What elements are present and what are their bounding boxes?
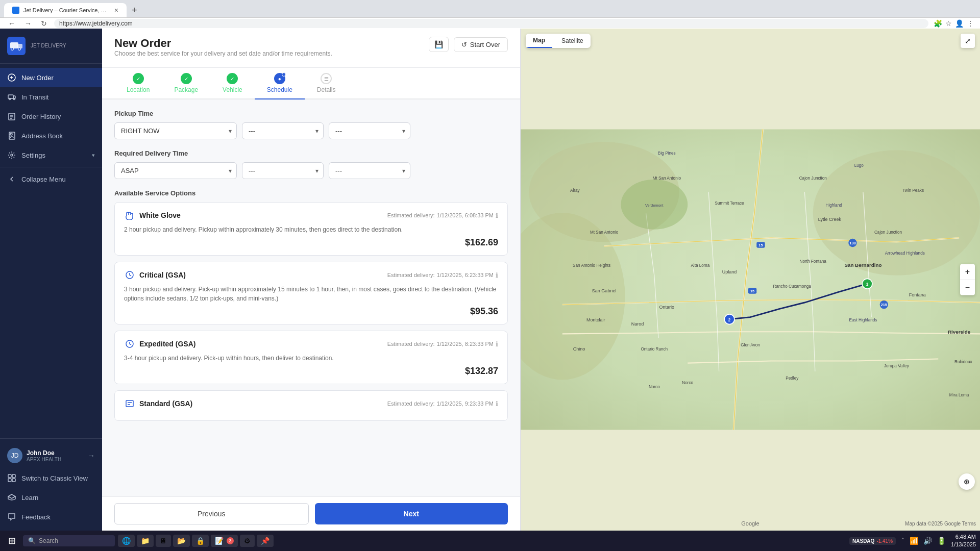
start-over-button[interactable]: ↺ Start Over [454,37,508,52]
order-title-group: New Order Choose the best service for yo… [114,37,332,57]
logo-text: JET DELIVERY [31,43,66,49]
browser-icon-group: 🧩 ☆ 👤 ⋮ [934,19,974,28]
tab-details[interactable]: ☰ Details [305,68,348,98]
start-over-label: Start Over [470,41,500,48]
back-button[interactable]: ← [6,18,17,29]
my-location-button[interactable]: ⊕ [959,473,975,490]
taskbar-app-settings[interactable]: ⚙ [240,535,255,547]
critical-gsa-info-icon[interactable]: ℹ [496,271,498,279]
map-view-controls: Map Satellite [526,34,591,48]
delivery-time-hour-dropdown[interactable]: --- [242,162,324,179]
sidebar-item-address-book[interactable]: Address Book [0,126,102,145]
order-footer: Previous Next [102,496,520,531]
next-button[interactable]: Next [315,503,508,524]
map-tab-map[interactable]: Map [526,34,552,48]
svg-text:Norco: Norco [682,381,693,385]
settings-chevron-icon: ▾ [92,152,95,159]
standard-gsa-name-row: Standard (GSA) [124,398,192,409]
map-fullscreen-button[interactable]: ⤢ [961,34,975,48]
tab-vehicle-label: Vehicle [223,86,242,93]
previous-button[interactable]: Previous [114,503,309,524]
save-button[interactable]: 💾 [429,37,449,52]
sidebar-item-new-order[interactable]: New Order [0,68,102,87]
service-card-standard-gsa[interactable]: Standard (GSA) Estimated delivery: 1/12/… [114,390,508,421]
extensions-button[interactable]: 🧩 [934,19,942,28]
svg-rect-12 [8,474,11,478]
delivery-time-min-dropdown[interactable]: --- [329,162,410,179]
taskbar-search-box[interactable]: 🔍 Search [23,535,115,546]
sidebar-bottom: JD John Doe APEX HEALTH → Switch to Clas… [0,438,102,531]
taskbar-app-folder[interactable]: 📂 [173,535,190,547]
pickup-time-dropdown[interactable]: RIGHT NOW SCHEDULED [114,122,237,139]
start-button[interactable]: ⊞ [4,533,20,548]
pickup-time-min-dropdown[interactable]: --- [329,122,410,139]
tab-package[interactable]: ✓ Package [162,68,210,98]
sidebar-item-learn[interactable]: Learn [0,488,102,507]
map-tab-satellite[interactable]: Satellite [554,34,591,48]
zoom-in-button[interactable]: + [960,264,975,280]
delivery-time-dropdown[interactable]: ASAP SCHEDULED [114,162,237,179]
new-tab-button[interactable]: + [128,3,141,18]
settings-taskbar-icon: ⚙ [244,537,251,545]
notes-icon: 📝 [215,537,224,545]
vehicle-step-icon: ✓ [227,73,238,84]
white-glove-info-icon[interactable]: ℹ [496,212,498,219]
sidebar-item-feedback[interactable]: Feedback [0,507,102,527]
taskbar-app-pin[interactable]: 📌 [257,535,274,547]
expedited-gsa-info-icon[interactable]: ℹ [496,340,498,348]
tab-schedule[interactable]: ● Schedule [255,68,305,99]
map-zoom-controls: + − [960,264,975,295]
forward-button[interactable]: → [22,18,34,29]
svg-text:2: 2 [728,318,731,322]
pickup-time-hour-dropdown[interactable]: --- [242,122,324,139]
url-input[interactable] [54,19,928,28]
tab-close-button[interactable]: × [114,6,118,14]
service-card-white-glove[interactable]: White Glove Estimated delivery: 1/12/202… [114,202,508,256]
svg-text:Narod: Narod [631,321,644,327]
chevron-up-icon[interactable]: ˄ [901,537,904,545]
svg-text:Mt San Antonio: Mt San Antonio [590,230,619,235]
bookmark-button[interactable]: ☆ [945,19,952,28]
svg-text:215: 215 [881,303,887,307]
network-icon: 📶 [910,537,918,545]
sidebar-item-settings[interactable]: Settings ▾ [0,145,102,165]
taskbar-app-notes[interactable]: 📝 3 [211,535,238,547]
zoom-out-button[interactable]: − [960,280,975,295]
menu-button[interactable]: ⋮ [967,19,974,28]
sidebar-item-in-transit[interactable]: In Transit [0,87,102,107]
svg-text:Twin Peaks: Twin Peaks [902,188,924,193]
svg-text:Rancho Cucamonga: Rancho Cucamonga [773,284,812,289]
svg-rect-5 [8,95,13,98]
svg-text:Norco: Norco [649,385,660,389]
refresh-button[interactable]: ↻ [39,18,49,29]
security-icon: 🔒 [196,537,205,545]
sidebar: JET DELIVERY New Order In Transit Or [0,29,102,531]
service-card-expedited-gsa[interactable]: Expedited (GSA) Estimated delivery: 1/12… [114,331,508,384]
expedited-gsa-desc: 3-4 hour pickup and delivery. Pick-up wi… [124,354,498,363]
svg-text:Chino: Chino [573,346,585,352]
sidebar-item-switch-view[interactable]: Switch to Classic View [0,468,102,488]
svg-point-7 [9,98,11,100]
sidebar-item-order-history[interactable]: Order History [0,107,102,126]
standard-gsa-icon [124,398,135,409]
page-title: New Order [114,37,332,50]
tab-location[interactable]: ✓ Location [114,68,162,98]
sidebar-item-collapse[interactable]: Collapse Menu [0,169,102,189]
standard-gsa-info-icon[interactable]: ℹ [496,400,498,408]
svg-text:Upland: Upland [722,269,737,274]
taskbar-app-edge[interactable]: 🌐 [118,535,135,547]
taskbar-app-explorer[interactable]: 📁 [137,535,154,547]
delivery-time-row: ASAP SCHEDULED --- --- [114,162,508,179]
logout-icon[interactable]: → [88,452,95,460]
monitor-icon: 🖥 [160,537,167,545]
taskbar-app-security[interactable]: 🔒 [192,535,209,547]
taskbar-app-monitor[interactable]: 🖥 [156,535,171,547]
svg-text:Ontario: Ontario [659,305,675,310]
svg-text:Big Pines: Big Pines [658,151,676,156]
profile-button[interactable]: 👤 [955,19,964,28]
address-bar: ← → ↻ 🧩 ☆ 👤 ⋮ [0,17,980,29]
tab-vehicle[interactable]: ✓ Vehicle [210,68,255,98]
svg-rect-15 [12,479,15,482]
active-tab[interactable]: Jet Delivery – Courier Service, Sa... × [4,3,127,17]
service-card-critical-gsa[interactable]: Critical (GSA) Estimated delivery: 1/12/… [114,262,508,324]
